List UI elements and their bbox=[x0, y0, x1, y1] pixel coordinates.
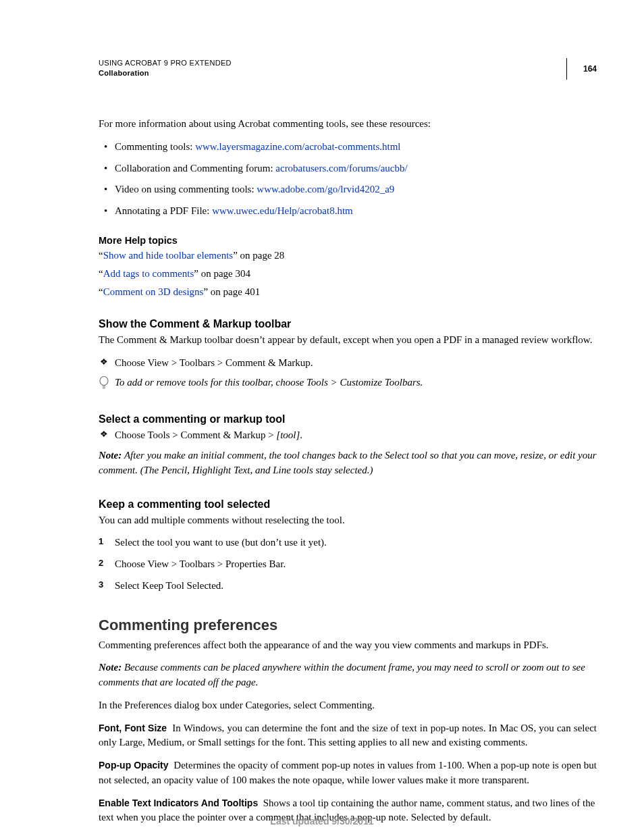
note-label: Note: bbox=[99, 450, 124, 461]
section-body: The Comment & Markup toolbar doesn’t app… bbox=[99, 333, 597, 348]
step-item: Choose View > Toolbars > Properties Bar. bbox=[99, 557, 597, 572]
pref-term: Pop-up Opacity bbox=[99, 760, 169, 771]
page-number: 164 bbox=[566, 58, 597, 80]
resource-label: Commenting tools: bbox=[115, 141, 195, 152]
step-line: Choose Tools > Comment & Markup > [tool]… bbox=[99, 428, 597, 443]
step-list: Select the tool you want to use (but don… bbox=[99, 536, 597, 593]
header-left: USING ACROBAT 9 PRO EXTENDED Collaborati… bbox=[99, 58, 566, 79]
more-help-heading: More Help topics bbox=[99, 235, 597, 246]
section-heading-select-tool: Select a commenting or markup tool bbox=[99, 413, 597, 425]
pref-desc: In Windows, you can determine the font a… bbox=[99, 723, 597, 748]
help-line: “Comment on 3D designs” on page 401 bbox=[99, 286, 597, 298]
step-item: Select Keep Tool Selected. bbox=[99, 579, 597, 594]
note-text: Because comments can be placed anywhere … bbox=[99, 662, 585, 687]
pref-item: Pop-up Opacity Determines the opacity of… bbox=[99, 758, 597, 788]
note: Note: After you make an initial comment,… bbox=[99, 448, 597, 478]
help-suffix: ” on page 304 bbox=[194, 268, 250, 279]
svg-point-0 bbox=[100, 377, 108, 386]
resource-label: Collaboration and Commenting forum: bbox=[115, 163, 275, 174]
pref-desc: Determines the opacity of comment pop-up… bbox=[99, 760, 597, 785]
help-suffix: ” on page 28 bbox=[233, 250, 284, 261]
step-line: Choose View > Toolbars > Comment & Marku… bbox=[99, 356, 597, 371]
resource-link[interactable]: www.uwec.edu/Help/acrobat8.htm bbox=[212, 205, 353, 216]
note-label: Note: bbox=[99, 662, 124, 673]
resource-link[interactable]: www.adobe.com/go/lrvid4202_a9 bbox=[257, 184, 394, 194]
tip: To add or remove tools for this toolbar,… bbox=[99, 375, 597, 393]
pref-item: Font, Font Size In Windows, you can dete… bbox=[99, 721, 597, 751]
lightbulb-icon bbox=[99, 375, 109, 393]
step-suffix: . bbox=[300, 429, 302, 440]
resource-list: Commenting tools: www.layersmagazine.com… bbox=[99, 140, 597, 219]
section-body: You can add multiple comments without re… bbox=[99, 513, 597, 528]
help-link[interactable]: Comment on 3D designs bbox=[103, 286, 204, 297]
help-link[interactable]: Show and hide toolbar elements bbox=[103, 250, 233, 261]
resource-link[interactable]: acrobatusers.com/forums/aucbb/ bbox=[275, 163, 407, 174]
doc-title: USING ACROBAT 9 PRO EXTENDED bbox=[99, 58, 566, 68]
step-item: Select the tool you want to use (but don… bbox=[99, 536, 597, 550]
note-text: After you make an initial comment, the t… bbox=[99, 450, 597, 475]
help-line: “Add tags to comments” on page 304 bbox=[99, 268, 597, 280]
resource-label: Annotating a PDF File: bbox=[115, 205, 212, 216]
tip-text: To add or remove tools for this toolbar,… bbox=[115, 375, 423, 390]
step-tool: [tool] bbox=[276, 429, 300, 440]
step-prefix: Choose Tools > Comment & Markup > bbox=[115, 429, 276, 440]
page-header: USING ACROBAT 9 PRO EXTENDED Collaborati… bbox=[99, 58, 597, 80]
resource-link[interactable]: www.layersmagazine.com/acrobat-comments.… bbox=[195, 141, 400, 152]
list-item: Video on using commenting tools: www.ado… bbox=[99, 182, 597, 197]
help-line: “Show and hide toolbar elements” on page… bbox=[99, 250, 597, 261]
list-item: Collaboration and Commenting forum: acro… bbox=[99, 161, 597, 176]
section-heading-show-toolbar: Show the Comment & Markup toolbar bbox=[99, 318, 597, 330]
list-item: Annotating a PDF File: www.uwec.edu/Help… bbox=[99, 204, 597, 219]
prefs-p1: Commenting preferences affect both the a… bbox=[99, 638, 597, 653]
pref-term: Enable Text Indicators And Tooltips bbox=[99, 798, 258, 808]
page-footer: Last updated 9/30/2011 bbox=[0, 816, 644, 827]
help-suffix: ” on page 401 bbox=[203, 286, 260, 297]
resource-label: Video on using commenting tools: bbox=[115, 184, 257, 194]
doc-section: Collaboration bbox=[99, 68, 566, 78]
intro-paragraph: For more information about using Acrobat… bbox=[99, 117, 597, 132]
section-heading-keep-tool: Keep a commenting tool selected bbox=[99, 498, 597, 511]
note: Note: Because comments can be placed any… bbox=[99, 660, 597, 690]
help-link[interactable]: Add tags to comments bbox=[103, 268, 194, 279]
pref-term: Font, Font Size bbox=[99, 723, 167, 733]
section-heading-prefs: Commenting preferences bbox=[99, 617, 597, 634]
list-item: Commenting tools: www.layersmagazine.com… bbox=[99, 140, 597, 155]
prefs-p2: In the Preferences dialog box under Cate… bbox=[99, 698, 597, 713]
